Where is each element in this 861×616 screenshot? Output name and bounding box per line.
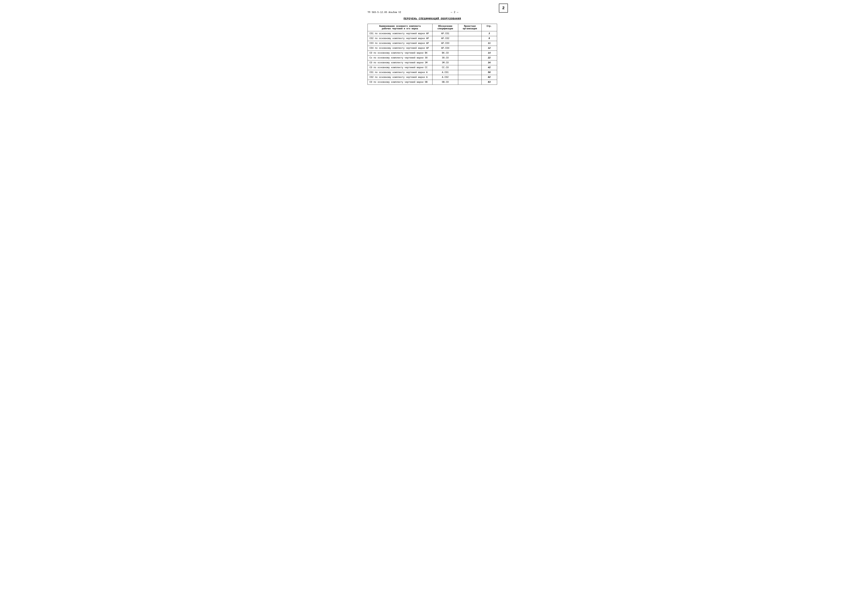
row-name-cell: СО по основному комплекту чертежей марки… [368, 60, 433, 65]
specifications-table: Наименование основного комплектарабочих … [367, 24, 497, 85]
table-row: СО1 по основному комплекту чертежей марк… [368, 31, 497, 36]
table-row: СО2 по основному комплекту чертежей марк… [368, 36, 497, 41]
row-designation-cell: АР.СО3 [432, 41, 458, 46]
row-page-cell: 22 [482, 56, 497, 60]
row-designation-cell: А.СО2 [432, 75, 458, 80]
table-row: СО1 по основному комплекту чертежей марк… [368, 70, 497, 75]
row-name-cell: СО2 по основному комплекту чертежей марк… [368, 36, 433, 41]
row-name-cell: СО1 по основному комплекту чертежей марк… [368, 70, 433, 75]
header-col-designation: Обозначениеспецификации [432, 24, 458, 31]
row-org-cell [458, 51, 482, 56]
row-page-cell: 14 [482, 51, 497, 56]
row-org-cell [458, 80, 482, 85]
row-designation-cell: ЭО.СО [432, 56, 458, 60]
row-designation-cell: СС.СО [432, 65, 458, 70]
row-org-cell [458, 31, 482, 36]
row-page-cell: 63 [482, 80, 497, 85]
table-row: СО2 по основному комплекту чертежей марк… [368, 75, 497, 80]
document-page: 2 ТП 503-5-12.85 Альбом VI — 2 — ПЕРЕЧЕН… [349, 0, 512, 616]
header-col-page: Стр. [482, 24, 497, 31]
table-row: СО3 по основному комплекту чертежей марк… [368, 41, 497, 46]
row-name-cell: СО по основному комплекту чертежей марки… [368, 80, 433, 85]
row-page-cell: 62 [482, 75, 497, 80]
header-row: Наименование основного комплектарабочих … [368, 24, 497, 31]
row-name-cell: СО1 по основному комплекту чертежей марк… [368, 31, 433, 36]
table-header: Наименование основного комплектарабочих … [368, 24, 497, 31]
row-page-cell: 11 [482, 41, 497, 46]
row-page-cell: 50 [482, 70, 497, 75]
row-designation-cell: ВК.СО [432, 51, 458, 56]
row-page-cell: 34 [482, 60, 497, 65]
row-org-cell [458, 60, 482, 65]
row-org-cell [458, 70, 482, 75]
row-org-cell [458, 36, 482, 41]
page-label-center: — 2 — [412, 11, 497, 14]
row-designation-cell: ОВ.СО [432, 80, 458, 85]
row-org-cell [458, 56, 482, 60]
row-page-cell: 9 [482, 36, 497, 41]
row-designation-cell: АР.СО2 [432, 36, 458, 41]
row-org-cell [458, 41, 482, 46]
table-row: СО по основному комплекту чертежей марки… [368, 80, 497, 85]
table-row: СО по основному комплекту чертежей марки… [368, 60, 497, 65]
row-name-cell: СО по основному комплекту чертежей марки… [368, 65, 433, 70]
row-name-cell: СО2 по основному комплекту чертежей марк… [368, 75, 433, 80]
row-designation-cell: АР.СО1 [432, 31, 458, 36]
table-row: СО4 по основному комплекту чертежей марк… [368, 46, 497, 51]
row-org-cell [458, 75, 482, 80]
row-name-cell: СО4 по основному комплекту чертежей марк… [368, 46, 433, 51]
header-col-org: Проектнаяорганизация [458, 24, 482, 31]
row-page-cell: 12 [482, 46, 497, 51]
row-name-cell: СО по основному комплекту чертежей марки… [368, 51, 433, 56]
table-row: СО по основному комплекту чертежей марки… [368, 65, 497, 70]
page-number: 2 [502, 6, 504, 11]
table-row: СО по основному комплекту чертежей марки… [368, 51, 497, 56]
row-designation-cell: ЭМ.СО [432, 60, 458, 65]
row-designation-cell: А.СО1 [432, 70, 458, 75]
row-designation-cell: АР.СО4 [432, 46, 458, 51]
document-title: ПЕРЕЧЕНЬ СПЕЦИФИКАЦИЙ ОБОРУДОВАНИЯ [367, 17, 497, 20]
row-name-cell: Со по основному комплекту чертежей марки… [368, 56, 433, 60]
table-body: СО1 по основному комплекту чертежей марк… [368, 31, 497, 85]
table-row: Со по основному комплекту чертежей марки… [368, 56, 497, 60]
header-col-name: Наименование основного комплектарабочих … [368, 24, 433, 31]
row-org-cell [458, 65, 482, 70]
row-page-cell: 3 [482, 31, 497, 36]
page-number-box: 2 [499, 3, 508, 13]
doc-reference: ТП 503-5-12.85 Альбом VI [367, 11, 401, 14]
row-page-cell: 42 [482, 65, 497, 70]
row-name-cell: СО3 по основному комплекту чертежей марк… [368, 41, 433, 46]
header-line: ТП 503-5-12.85 Альбом VI — 2 — [367, 11, 497, 14]
row-org-cell [458, 46, 482, 51]
